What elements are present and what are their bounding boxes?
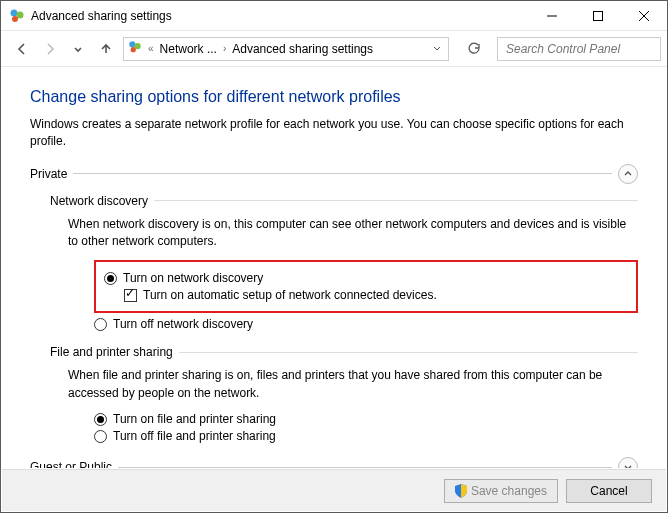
section-private-header[interactable]: Private — [30, 164, 638, 184]
section-private-label: Private — [30, 167, 67, 181]
breadcrumb-root-chevron[interactable]: « — [146, 43, 156, 54]
window-title: Advanced sharing settings — [31, 9, 529, 23]
content-area: Change sharing options for different net… — [2, 68, 666, 468]
checkbox-auto-setup-label: Turn on automatic setup of network conne… — [143, 288, 437, 302]
network-discovery-label: Network discovery — [50, 194, 148, 208]
shield-icon — [455, 484, 467, 498]
forward-button[interactable] — [39, 38, 61, 60]
subsection-file-printer: File and printer sharing When file and p… — [50, 345, 638, 443]
checkbox-auto-setup[interactable]: Turn on automatic setup of network conne… — [124, 288, 628, 302]
app-icon-small — [128, 40, 142, 57]
radio-icon — [94, 318, 107, 331]
radio-icon — [94, 430, 107, 443]
back-button[interactable] — [11, 38, 33, 60]
maximize-button[interactable] — [575, 1, 621, 30]
radio-icon — [104, 272, 117, 285]
radio-icon — [94, 413, 107, 426]
highlight-box: Turn on network discovery Turn on automa… — [94, 260, 638, 313]
minimize-button[interactable] — [529, 1, 575, 30]
page-subtext: Windows creates a separate network profi… — [30, 116, 638, 150]
radio-fp-off[interactable]: Turn off file and printer sharing — [94, 429, 638, 443]
search-box[interactable] — [497, 37, 661, 61]
svg-point-2 — [12, 16, 18, 22]
search-input[interactable] — [504, 41, 659, 57]
subsection-network-discovery: Network discovery When network discovery… — [50, 194, 638, 332]
svg-point-0 — [11, 9, 18, 16]
radio-nd-off[interactable]: Turn off network discovery — [94, 317, 638, 331]
breadcrumb-item-network[interactable]: Network ... — [160, 42, 217, 56]
titlebar: Advanced sharing settings — [1, 1, 667, 31]
app-icon — [9, 8, 25, 24]
address-bar[interactable]: « Network ... › Advanced sharing setting… — [123, 37, 449, 61]
collapse-icon[interactable] — [618, 164, 638, 184]
navbar: « Network ... › Advanced sharing setting… — [1, 31, 667, 67]
network-discovery-desc: When network discovery is on, this compu… — [68, 216, 638, 251]
cancel-button-label: Cancel — [590, 484, 627, 498]
recent-dropdown[interactable] — [67, 38, 89, 60]
file-printer-label: File and printer sharing — [50, 345, 173, 359]
file-printer-desc: When file and printer sharing is on, fil… — [68, 367, 638, 402]
radio-nd-on[interactable]: Turn on network discovery — [104, 271, 628, 285]
breadcrumb-item-advanced[interactable]: Advanced sharing settings — [232, 42, 373, 56]
save-button-label: Save changes — [471, 484, 547, 498]
radio-fp-off-label: Turn off file and printer sharing — [113, 429, 276, 443]
expand-icon[interactable] — [618, 457, 638, 468]
svg-point-6 — [131, 47, 136, 52]
section-guest-header[interactable]: Guest or Public — [30, 457, 638, 468]
cancel-button[interactable]: Cancel — [566, 479, 652, 503]
svg-point-4 — [129, 41, 135, 47]
close-button[interactable] — [621, 1, 667, 30]
radio-fp-on-label: Turn on file and printer sharing — [113, 412, 276, 426]
svg-rect-3 — [594, 11, 603, 20]
page-heading: Change sharing options for different net… — [30, 88, 638, 106]
radio-nd-off-label: Turn off network discovery — [113, 317, 253, 331]
checkbox-icon — [124, 289, 137, 302]
up-button[interactable] — [95, 38, 117, 60]
section-guest-label: Guest or Public — [30, 460, 112, 468]
refresh-button[interactable] — [461, 37, 487, 61]
bottom-bar: Save changes Cancel — [2, 469, 666, 511]
save-changes-button[interactable]: Save changes — [444, 479, 558, 503]
address-dropdown[interactable] — [430, 43, 444, 55]
radio-nd-on-label: Turn on network discovery — [123, 271, 263, 285]
radio-fp-on[interactable]: Turn on file and printer sharing — [94, 412, 638, 426]
chevron-right-icon[interactable]: › — [221, 43, 228, 54]
